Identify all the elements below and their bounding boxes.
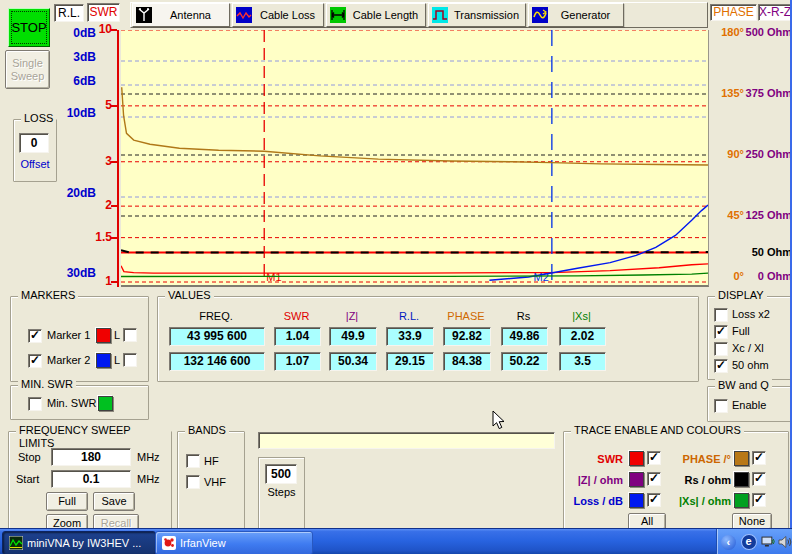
full-label: Full (732, 325, 750, 337)
rl-axis-caption: R.L. (54, 4, 84, 22)
marker2-l-label: L (114, 354, 120, 366)
sweep-chart[interactable]: M1M2 (121, 30, 709, 287)
marker1-l-label: L (114, 329, 120, 341)
marker1-label: Marker 1 (47, 329, 90, 341)
trace-loss-swatch[interactable] (629, 493, 644, 508)
trace-swr-label: SWR (569, 453, 623, 465)
marker2-phase-value: 84.38 (443, 352, 491, 371)
swr-tick-mark (111, 29, 117, 31)
swr-tick-mark (111, 105, 117, 107)
stop-freq-input[interactable]: 180 (51, 448, 131, 466)
col-header-freq: FREQ. (169, 310, 263, 322)
speaker-icon[interactable] (778, 535, 792, 549)
start-freq-unit: MHz (137, 473, 160, 485)
col-header-phase: PHASE (443, 310, 489, 322)
single-sweep-button[interactable]: Single Sweep (5, 50, 50, 89)
trace-xs-checkbox[interactable] (752, 493, 766, 507)
min-swr-color-swatch[interactable] (98, 396, 113, 411)
marker2-l-checkbox[interactable] (123, 353, 137, 367)
fifty-ohm-checkbox[interactable] (714, 359, 728, 373)
tab-generator[interactable]: Generator (528, 3, 624, 27)
phase-tick-label: 135° (712, 87, 744, 99)
taskbar: miniVNA by IW3HEV ... IrfanView ‹ e (0, 528, 792, 554)
swr-tick-label: 3 (86, 154, 112, 168)
cable-length-icon (330, 7, 346, 23)
vhf-checkbox[interactable] (186, 475, 200, 489)
xc-xl-label: Xc / Xl (732, 342, 764, 354)
sweep-full-button[interactable]: Full (46, 492, 88, 511)
stop-button[interactable]: STOP (8, 8, 50, 47)
minivna-app-icon (9, 536, 23, 550)
min-swr-checkbox[interactable] (28, 397, 42, 411)
marker2-z-value: 50.34 (329, 352, 377, 371)
trace-xs-swatch[interactable] (734, 493, 749, 508)
hf-checkbox[interactable] (186, 454, 200, 468)
taskbar-item-minivna[interactable]: miniVNA by IW3HEV ... (2, 531, 156, 554)
marker1-rl-value: 33.9 (386, 327, 434, 346)
col-header-xs: |Xs| (559, 310, 604, 322)
trace-z-swatch[interactable] (629, 472, 644, 487)
mouse-cursor (492, 410, 505, 430)
swr-tick-mark (111, 281, 117, 283)
phase-axis-caption: PHASE (710, 4, 757, 21)
steps-input[interactable]: 500 (265, 464, 297, 484)
trace-loss-label: Loss / dB (569, 495, 623, 507)
chart-canvas: M1M2 (121, 30, 708, 285)
bwq-enable-checkbox[interactable] (714, 399, 728, 413)
network-monitor-icon[interactable] (761, 535, 776, 549)
message-field[interactable] (258, 432, 555, 449)
min-swr-label: Min. SWR (47, 397, 97, 409)
steps-label: Steps (259, 486, 304, 498)
swr-tick-label: 1.5 (86, 230, 112, 244)
swr-tick-label: 2 (86, 198, 112, 212)
trace-phase-swatch[interactable] (734, 451, 749, 466)
right-axis-row: 50 Ohm (712, 246, 792, 258)
values-group: VALUES FREQ. SWR |Z| R.L. PHASE Rs |Xs| … (157, 296, 699, 382)
loss-offset-label: Offset (14, 158, 56, 170)
col-header-rs: Rs (501, 310, 546, 322)
trace-swr-swatch[interactable] (629, 451, 644, 466)
trace-loss-checkbox[interactable] (647, 493, 661, 507)
trace-phase (122, 87, 708, 165)
sweep-save-button[interactable]: Save (93, 492, 135, 511)
marker2-label: Marker 2 (47, 354, 90, 366)
marker2-checkbox[interactable] (28, 354, 42, 368)
trace-swr-checkbox[interactable] (647, 451, 661, 465)
right-axis-row: 180°500 Ohm (712, 26, 792, 38)
swr-tick-mark (111, 237, 117, 239)
taskbar-item-irfanview[interactable]: IrfanView (155, 531, 313, 554)
collapse-chevron-icon[interactable]: ‹ (721, 535, 736, 550)
loss-db-tick-label: 10dB (52, 106, 96, 120)
ohm-tick-label: 500 Ohm (744, 26, 792, 38)
minivna-app-window: STOP Single Sweep R.L. SWR LOSS 0 Offset… (0, 0, 792, 554)
display-group-title: DISPLAY (715, 289, 767, 302)
marker1-color-swatch[interactable] (96, 328, 111, 343)
tab-antenna[interactable]: Antenna (132, 3, 230, 27)
right-axis-row: 0°0 Ohm (712, 270, 792, 282)
loss-offset-value[interactable]: 0 (19, 133, 49, 153)
loss-x2-checkbox[interactable] (714, 308, 728, 322)
tab-transmission[interactable]: Transmission (428, 3, 526, 27)
marker2-rl-value: 29.15 (386, 352, 434, 371)
trace-colours-group: TRACE ENABLE AND COLOURS SWR |Z| / ohm L… (563, 431, 789, 529)
marker2-color-swatch[interactable] (96, 353, 111, 368)
xc-xl-checkbox[interactable] (714, 342, 728, 356)
tab-cable-loss[interactable]: Cable Loss (232, 3, 324, 27)
trace-phase-checkbox[interactable] (752, 451, 766, 465)
phase-tick-label: 180° (712, 26, 744, 38)
full-checkbox[interactable] (714, 325, 728, 339)
min-swr-group: MIN. SWR Min. SWR (10, 385, 149, 420)
trace-rs-label: Rs / ohm (667, 474, 731, 486)
marker1-checkbox[interactable] (28, 329, 42, 343)
trace-rs-checkbox[interactable] (752, 472, 766, 486)
marker1-xs-value: 2.02 (559, 327, 606, 346)
trace-rs-swatch[interactable] (734, 472, 749, 487)
col-header-rl: R.L. (386, 310, 432, 322)
ohm-tick-label: 50 Ohm (744, 246, 792, 258)
start-freq-input[interactable]: 0.1 (51, 470, 131, 488)
marker1-l-checkbox[interactable] (123, 328, 137, 342)
tab-cable-length[interactable]: Cable Length (326, 3, 426, 27)
marker2-freq-value: 132 146 600 (169, 352, 265, 371)
e-browser-icon[interactable]: e (741, 534, 757, 550)
trace-z-checkbox[interactable] (647, 472, 661, 486)
